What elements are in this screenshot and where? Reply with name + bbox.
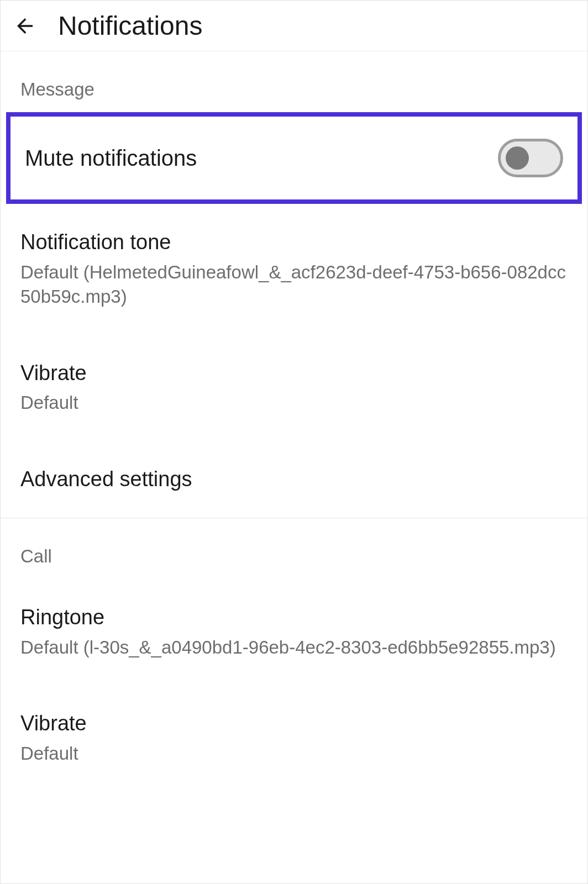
row-text: Advanced settings (20, 466, 568, 493)
mute-notifications-toggle[interactable] (498, 139, 563, 177)
header: Notifications (1, 1, 587, 51)
notification-tone-title: Notification tone (20, 229, 568, 256)
ringtone-sub: Default (l-30s_&_a0490bd1-96eb-4ec2-8303… (20, 635, 568, 660)
page-title: Notifications (58, 10, 202, 41)
notification-tone-sub: Default (HelmetedGuineafowl_&_acf2623d-d… (20, 260, 568, 309)
row-vibrate-message[interactable]: Vibrate Default (1, 335, 587, 441)
vibrate-message-title: Vibrate (20, 360, 568, 387)
mute-notifications-title: Mute notifications (25, 144, 498, 172)
row-text: Vibrate Default (20, 360, 568, 415)
vibrate-call-sub: Default (20, 741, 568, 766)
row-text: Mute notifications (25, 144, 498, 172)
row-text: Notification tone Default (HelmetedGuine… (20, 229, 568, 309)
vibrate-message-sub: Default (20, 391, 568, 415)
ringtone-title: Ringtone (20, 604, 568, 631)
vibrate-call-title: Vibrate (20, 711, 568, 737)
section-message: Message Mute notifications Notification … (1, 51, 587, 518)
toggle-knob (506, 146, 529, 170)
row-text: Vibrate Default (20, 711, 568, 766)
advanced-settings-title: Advanced settings (20, 466, 568, 493)
row-advanced-settings[interactable]: Advanced settings (1, 441, 587, 518)
row-notification-tone[interactable]: Notification tone Default (HelmetedGuine… (1, 204, 587, 335)
section-header-call: Call (1, 546, 587, 579)
row-ringtone[interactable]: Ringtone Default (l-30s_&_a0490bd1-96eb-… (1, 579, 587, 685)
row-text: Ringtone Default (l-30s_&_a0490bd1-96eb-… (20, 604, 568, 660)
section-header-message: Message (1, 79, 587, 112)
row-vibrate-call[interactable]: Vibrate Default (1, 685, 587, 771)
section-call: Call Ringtone Default (l-30s_&_a0490bd1-… (1, 518, 587, 771)
back-arrow-icon[interactable] (12, 13, 38, 39)
row-mute-notifications[interactable]: Mute notifications (6, 112, 582, 204)
